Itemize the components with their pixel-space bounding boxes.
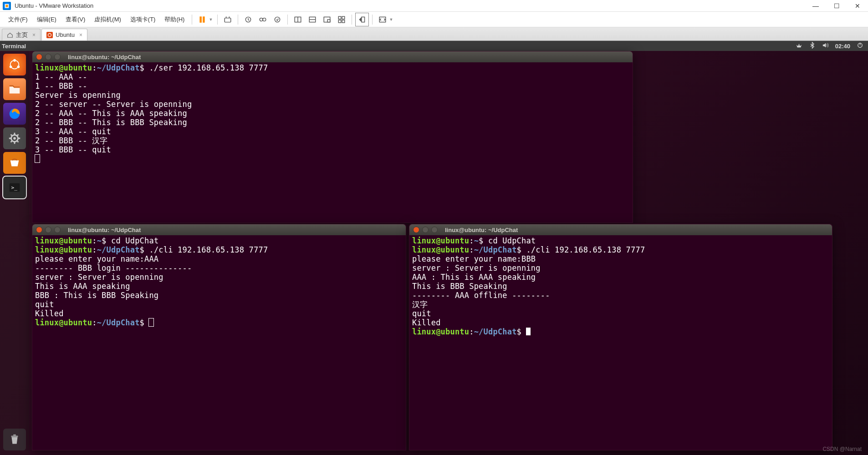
separator xyxy=(238,15,238,25)
svg-rect-19 xyxy=(342,20,345,23)
home-icon xyxy=(7,32,13,38)
cursor xyxy=(35,155,40,162)
network-icon[interactable] xyxy=(796,42,802,50)
window-maximize-icon[interactable] xyxy=(431,227,438,233)
window-maximize-icon[interactable] xyxy=(54,227,61,233)
menu-edit[interactable]: 编辑(E) xyxy=(32,14,61,25)
terminal-title: linux@ubuntu: ~/UdpChat xyxy=(68,54,141,61)
session-icon[interactable] xyxy=(857,42,863,50)
svg-rect-20 xyxy=(362,17,365,22)
minimize-button[interactable]: — xyxy=(805,0,826,12)
pause-icon[interactable] xyxy=(196,13,209,26)
terminal-body[interactable]: linux@ubuntu:~$ cd UdpChat linux@ubuntu:… xyxy=(32,235,406,450)
terminal-button[interactable]: >_ xyxy=(3,177,26,198)
svg-point-31 xyxy=(13,137,16,140)
firefox-button[interactable] xyxy=(3,103,26,125)
bluetooth-icon[interactable] xyxy=(809,42,816,50)
separator xyxy=(352,15,352,25)
window-minimize-icon[interactable] xyxy=(422,227,429,233)
svg-rect-2 xyxy=(5,5,8,7)
app-titlebar: Ubuntu - VMware Workstation — ☐ ✕ xyxy=(0,0,868,12)
close-icon[interactable]: × xyxy=(32,32,36,38)
terminal-window-client-a[interactable]: linux@ubuntu: ~/UdpChat linux@ubuntu:~$ … xyxy=(32,224,406,450)
tab-label: 主页 xyxy=(16,31,28,39)
terminal-body[interactable]: linux@ubuntu:~$ cd UdpChat linux@ubuntu:… xyxy=(409,235,832,450)
tab-home[interactable]: 主页 × xyxy=(2,29,41,40)
svg-rect-5 xyxy=(225,18,231,22)
system-tray: 02:40 xyxy=(796,42,868,50)
terminal-titlebar[interactable]: linux@ubuntu: ~/UdpChat xyxy=(409,224,832,235)
view-console-icon[interactable] xyxy=(306,13,319,26)
menu-view[interactable]: 查看(V) xyxy=(61,14,90,25)
svg-point-28 xyxy=(17,66,20,68)
window-close-icon[interactable] xyxy=(36,54,42,60)
snapshot-revert-icon[interactable] xyxy=(271,13,284,26)
terminal-titlebar[interactable]: linux@ubuntu: ~/UdpChat xyxy=(32,51,633,62)
view-single-icon[interactable] xyxy=(291,13,304,26)
menu-tabs[interactable]: 选项卡(T) xyxy=(126,14,160,25)
volume-icon[interactable] xyxy=(822,42,829,50)
window-close-icon[interactable] xyxy=(413,227,419,233)
window-close-icon[interactable] xyxy=(36,227,42,233)
ubuntu-top-panel: Terminal 02:40 xyxy=(0,41,868,51)
terminal-window-client-b[interactable]: linux@ubuntu: ~/UdpChat linux@ubuntu:~$ … xyxy=(409,224,832,450)
tab-ubuntu[interactable]: Ubuntu × xyxy=(41,29,87,40)
software-button[interactable] xyxy=(3,152,26,174)
svg-rect-4 xyxy=(203,16,205,23)
guest-display[interactable]: Terminal 02:40 >_ linux@ubuntu: ~/UdpCha… xyxy=(0,41,868,455)
terminal-titlebar[interactable]: linux@ubuntu: ~/UdpChat xyxy=(32,224,406,235)
svg-rect-34 xyxy=(11,436,18,437)
clock[interactable]: 02:40 xyxy=(835,43,850,50)
terminal-window-server[interactable]: linux@ubuntu: ~/UdpChat linux@ubuntu:~/U… xyxy=(32,51,633,223)
svg-point-9 xyxy=(275,17,280,22)
watermark: CSDN @Narnat xyxy=(822,446,862,452)
menubar: 文件(F) 编辑(E) 查看(V) 虚拟机(M) 选项卡(T) 帮助(H) ▼ … xyxy=(0,12,868,27)
close-button[interactable]: ✕ xyxy=(847,0,868,12)
menu-file[interactable]: 文件(F) xyxy=(4,14,32,25)
view-thumbnail-icon[interactable] xyxy=(321,13,333,26)
ubuntu-icon xyxy=(46,32,53,38)
window-minimize-icon[interactable] xyxy=(45,227,51,233)
send-ctrl-alt-del-icon[interactable] xyxy=(221,13,234,26)
enter-fullscreen-icon[interactable] xyxy=(356,13,368,26)
terminal-title: linux@ubuntu: ~/UdpChat xyxy=(68,227,141,233)
menu-help[interactable]: 帮助(H) xyxy=(160,14,189,25)
svg-point-27 xyxy=(10,66,12,68)
svg-rect-18 xyxy=(339,20,342,23)
dropdown-icon[interactable]: ▼ xyxy=(209,17,213,22)
svg-rect-16 xyxy=(339,16,342,19)
separator xyxy=(217,15,218,25)
terminal-body[interactable]: linux@ubuntu:~/UdpChat$ ./ser 192.168.65… xyxy=(32,62,633,222)
cursor xyxy=(526,328,531,335)
svg-point-26 xyxy=(13,59,16,62)
close-icon[interactable]: × xyxy=(79,32,82,38)
unity-launcher: >_ xyxy=(0,51,29,455)
maximize-button[interactable]: ☐ xyxy=(826,0,847,12)
svg-point-8 xyxy=(263,18,266,21)
tab-label: Ubuntu xyxy=(56,31,75,38)
files-button[interactable] xyxy=(3,78,26,100)
svg-text:>_: >_ xyxy=(11,185,18,191)
window-controls: — ☐ ✕ xyxy=(805,0,868,12)
vmware-icon xyxy=(3,2,11,10)
panel-app-title: Terminal xyxy=(0,43,26,50)
menu-vm[interactable]: 虚拟机(M) xyxy=(90,14,126,25)
svg-point-7 xyxy=(260,18,263,21)
dash-button[interactable] xyxy=(3,54,26,76)
snapshot-icon[interactable] xyxy=(242,13,255,26)
stretch-guest-icon[interactable] xyxy=(376,13,389,26)
terminal-title: linux@ubuntu: ~/UdpChat xyxy=(445,227,518,233)
trash-button[interactable] xyxy=(3,429,26,450)
view-unity-icon[interactable] xyxy=(335,13,348,26)
window-maximize-icon[interactable] xyxy=(54,54,61,60)
separator xyxy=(372,15,373,25)
snapshot-manager-icon[interactable] xyxy=(256,13,269,26)
settings-button[interactable] xyxy=(3,127,26,149)
separator xyxy=(287,15,288,25)
svg-rect-22 xyxy=(46,32,53,38)
svg-rect-35 xyxy=(13,435,16,436)
dropdown-icon[interactable]: ▼ xyxy=(389,17,393,22)
window-minimize-icon[interactable] xyxy=(45,54,51,60)
svg-rect-15 xyxy=(328,20,331,22)
svg-rect-17 xyxy=(342,16,345,19)
